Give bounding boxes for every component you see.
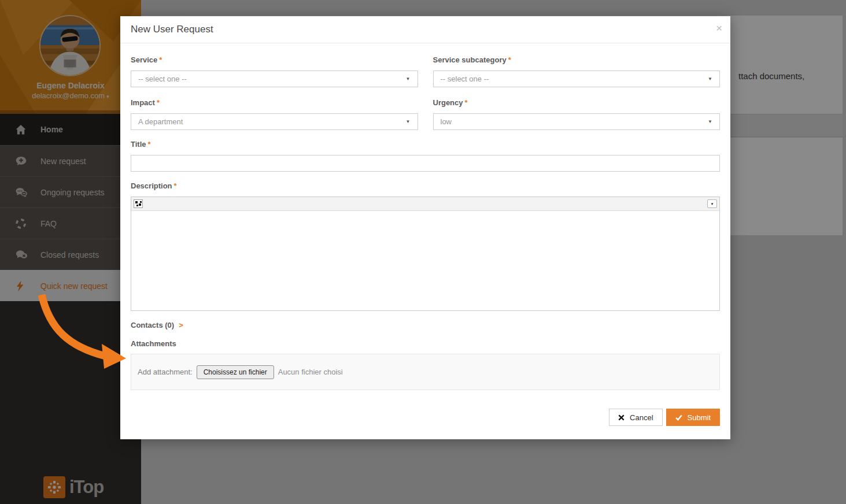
choose-file-button[interactable]: Choisissez un fichier <box>197 365 274 379</box>
submit-label: Submit <box>688 413 711 422</box>
submit-button[interactable]: Submit <box>666 409 720 426</box>
urgency-field: Urgency* low ▼ <box>433 97 721 130</box>
chevron-down-icon: ▼ <box>406 119 411 124</box>
label-text: Title <box>131 140 146 149</box>
add-attachment-label: Add attachment: <box>138 368 193 376</box>
contacts-label: Contacts (0) <box>131 321 174 329</box>
service-subcategory-select[interactable]: -- select one -- ▼ <box>433 71 721 87</box>
label-text: Service <box>131 55 157 64</box>
impact-field: Impact* A department ▼ <box>131 97 418 130</box>
selected-value: -- select one -- <box>138 75 187 83</box>
modal-footer: Cancel Submit <box>131 409 720 426</box>
impact-select[interactable]: A department ▼ <box>131 113 418 130</box>
close-icon[interactable]: × <box>716 22 722 35</box>
chevron-down-icon: ▼ <box>406 76 411 81</box>
service-label: Service* <box>131 55 418 65</box>
new-user-request-modal: New User Request × Service* -- select on… <box>120 16 730 439</box>
contacts-toggle[interactable]: Contacts (0)> <box>131 321 720 329</box>
portal-page: ttach documents, <box>0 0 846 504</box>
check-icon <box>675 414 682 421</box>
label-text: Impact <box>131 98 155 107</box>
chevron-down-icon: ▾ <box>711 202 714 206</box>
chevron-down-icon: ▼ <box>708 119 712 124</box>
service-field: Service* -- select one -- ▼ <box>131 54 418 87</box>
required-mark: * <box>174 181 177 190</box>
description-field: Description* ▾ <box>131 181 720 311</box>
required-mark: * <box>465 98 468 107</box>
title-input[interactable] <box>131 155 720 172</box>
impact-label: Impact* <box>131 98 418 108</box>
broken-image-icon[interactable] <box>134 199 143 208</box>
attachments-panel: Add attachment: Choisissez un fichier Au… <box>131 354 720 390</box>
modal-title: New User Request <box>131 24 213 35</box>
description-label: Description* <box>131 181 720 191</box>
rich-text-editor: ▾ <box>131 197 720 311</box>
service-subcategory-field: Service subcategory* -- select one -- ▼ <box>433 54 721 87</box>
title-label: Title* <box>131 139 720 149</box>
required-mark: * <box>148 140 151 149</box>
urgency-select[interactable]: low ▼ <box>433 113 721 130</box>
selected-value: A department <box>138 117 183 126</box>
modal-header: New User Request × <box>120 16 730 43</box>
label-text: Urgency <box>433 98 463 107</box>
selected-value: -- select one -- <box>441 75 489 83</box>
service-subcategory-label: Service subcategory* <box>433 55 721 65</box>
attachments-heading: Attachments <box>131 339 720 348</box>
description-textarea[interactable] <box>131 211 719 310</box>
cancel-label: Cancel <box>630 413 653 422</box>
selected-value: low <box>441 117 452 126</box>
label-text: Service subcategory <box>433 55 507 64</box>
service-select[interactable]: -- select one -- ▼ <box>131 71 418 87</box>
urgency-label: Urgency* <box>433 98 721 108</box>
chevron-right-icon: > <box>179 321 183 329</box>
required-mark: * <box>508 55 511 64</box>
label-text: Description <box>131 181 172 190</box>
required-mark: * <box>159 55 162 64</box>
file-status-text: Aucun fichier choisi <box>278 368 343 376</box>
modal-body: Service* -- select one -- ▼ Service subc… <box>120 43 730 436</box>
toolbar-collapse-button[interactable]: ▾ <box>707 199 717 208</box>
x-icon <box>618 414 625 421</box>
cancel-button[interactable]: Cancel <box>609 409 662 426</box>
title-field: Title* <box>131 139 720 172</box>
chevron-down-icon: ▼ <box>708 76 712 81</box>
required-mark: * <box>157 98 160 107</box>
editor-toolbar: ▾ <box>131 197 719 211</box>
